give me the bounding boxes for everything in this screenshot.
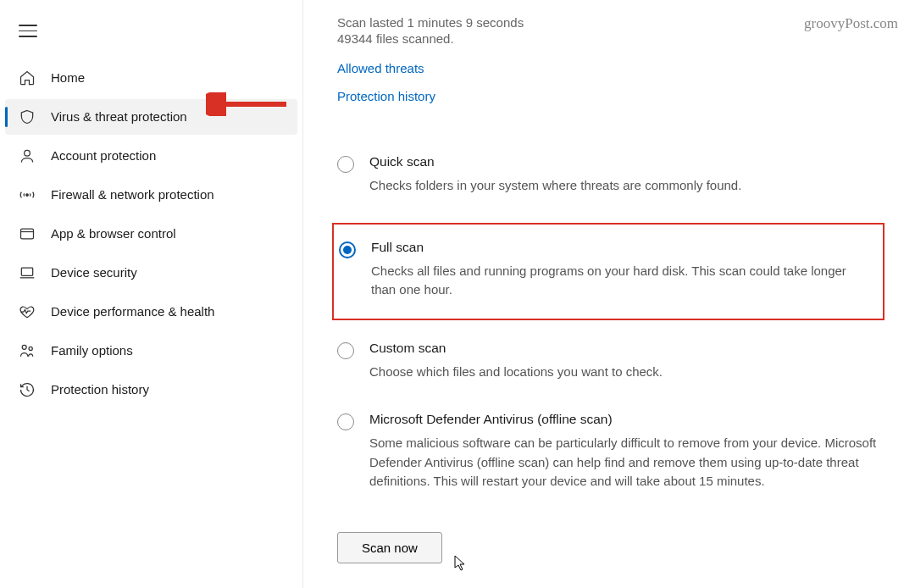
scan-now-button[interactable]: Scan now xyxy=(337,532,442,563)
laptop-icon xyxy=(19,264,36,281)
sidebar-item-account[interactable]: Account protection xyxy=(5,138,297,174)
watermark: groovyPost.com xyxy=(804,15,898,32)
sidebar-label: Device security xyxy=(51,265,137,280)
radio-custom-scan[interactable] xyxy=(337,342,354,359)
svg-point-0 xyxy=(25,150,30,156)
sidebar-item-performance[interactable]: Device performance & health xyxy=(5,294,297,330)
hamburger-menu-icon[interactable] xyxy=(19,20,37,42)
history-icon xyxy=(19,381,36,398)
person-icon xyxy=(19,147,36,164)
sidebar-item-family[interactable]: Family options xyxy=(5,333,297,369)
svg-point-5 xyxy=(29,347,32,350)
option-custom-scan[interactable]: Custom scan Choose which files and locat… xyxy=(337,337,881,386)
svg-point-4 xyxy=(22,345,26,349)
radio-offline-scan[interactable] xyxy=(337,413,354,430)
option-title: Quick scan xyxy=(369,154,881,169)
sidebar-label: Virus & threat protection xyxy=(51,109,187,124)
option-desc: Checks folders in your system where thre… xyxy=(369,176,881,196)
heart-pulse-icon xyxy=(19,303,36,320)
option-offline-scan[interactable]: Microsoft Defender Antivirus (offline sc… xyxy=(337,408,881,495)
option-desc: Choose which files and locations you wan… xyxy=(369,363,881,382)
svg-rect-3 xyxy=(21,268,32,275)
sidebar-item-history[interactable]: Protection history xyxy=(5,372,297,408)
option-title: Microsoft Defender Antivirus (offline sc… xyxy=(369,412,881,427)
main-content: Scan lasted 1 minutes 9 seconds 49344 fi… xyxy=(303,0,915,588)
protection-history-link[interactable]: Protection history xyxy=(337,89,881,103)
option-desc: Some malicious software can be particula… xyxy=(369,434,881,491)
sidebar-label: Device performance & health xyxy=(51,304,214,319)
shield-icon xyxy=(19,108,36,125)
sidebar: Home Virus & threat protection Account p… xyxy=(0,0,303,588)
svg-rect-2 xyxy=(21,229,34,239)
sidebar-label: Firewall & network protection xyxy=(51,187,214,202)
sidebar-item-device-security[interactable]: Device security xyxy=(5,255,297,291)
home-icon xyxy=(19,69,36,86)
family-icon xyxy=(19,342,36,359)
antenna-icon xyxy=(19,186,36,203)
sidebar-item-app-browser[interactable]: App & browser control xyxy=(5,216,297,252)
scan-duration: Scan lasted 1 minutes 9 seconds xyxy=(337,15,881,30)
sidebar-item-virus-threat[interactable]: Virus & threat protection xyxy=(5,99,297,135)
radio-full-scan[interactable] xyxy=(339,241,356,258)
cursor-icon xyxy=(453,554,469,573)
radio-quick-scan[interactable] xyxy=(337,156,354,173)
option-full-scan[interactable]: Full scan Checks all files and running p… xyxy=(339,236,866,303)
option-title: Full scan xyxy=(371,240,866,255)
sidebar-label: Protection history xyxy=(51,382,149,397)
highlight-annotation: Full scan Checks all files and running p… xyxy=(332,223,884,320)
svg-point-1 xyxy=(26,193,29,196)
sidebar-item-home[interactable]: Home xyxy=(5,60,297,96)
sidebar-label: Home xyxy=(51,70,85,85)
files-scanned: 49344 files scanned. xyxy=(337,31,881,46)
option-quick-scan[interactable]: Quick scan Checks folders in your system… xyxy=(337,151,881,199)
sidebar-label: Account protection xyxy=(51,148,156,163)
sidebar-item-firewall[interactable]: Firewall & network protection xyxy=(5,177,297,213)
scan-options: Quick scan Checks folders in your system… xyxy=(337,151,881,563)
option-title: Custom scan xyxy=(369,341,881,356)
sidebar-label: App & browser control xyxy=(51,226,176,241)
sidebar-label: Family options xyxy=(51,343,133,358)
allowed-threats-link[interactable]: Allowed threats xyxy=(337,61,881,75)
app-icon xyxy=(19,225,36,242)
option-desc: Checks all files and running programs on… xyxy=(371,262,866,300)
